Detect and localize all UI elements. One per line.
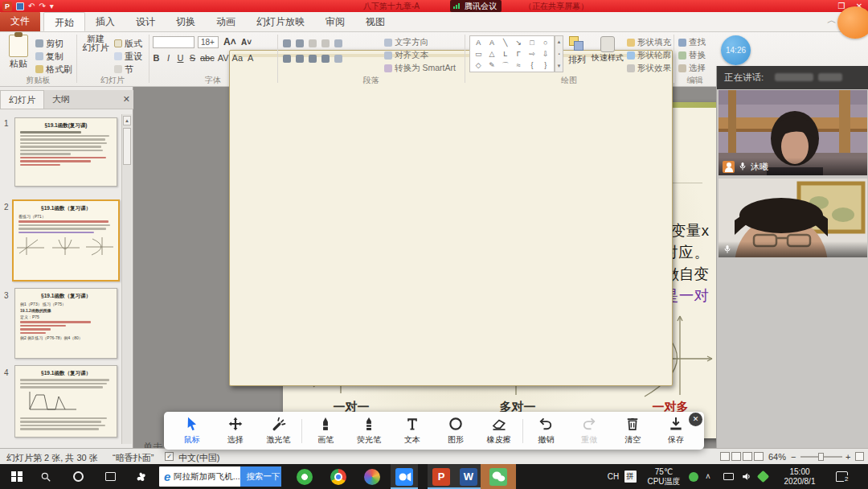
reset-button[interactable]: 重设 (114, 51, 142, 62)
font-style-S[interactable]: S (187, 53, 198, 63)
shape-glyph[interactable]: ⇨ (529, 48, 535, 60)
shape-outline-button[interactable]: 形状轮廓 (627, 50, 671, 61)
annotation-tool-shape[interactable]: 图形 (436, 416, 476, 446)
align-text-button[interactable]: 对齐文本 (384, 50, 428, 61)
annotation-tool-pen[interactable]: 画笔 (305, 416, 346, 446)
shape-glyph[interactable]: ⌒ (502, 60, 509, 71)
shape-glyph[interactable]: □ (530, 37, 534, 48)
meeting-floating-badge[interactable]: 腾讯会议 (450, 0, 502, 12)
select-button[interactable]: 选择 (678, 63, 706, 74)
language-indicator[interactable]: 中文(中国) (178, 452, 219, 464)
annotation-close-icon[interactable]: ✕ (689, 413, 702, 426)
shapes-gallery-scroll[interactable]: ▲▪▼ (555, 35, 563, 72)
view-buttons[interactable] (720, 452, 765, 462)
app-360-icon[interactable] (291, 464, 318, 489)
annotation-tool-undo[interactable]: 撤销 (526, 416, 566, 446)
tray-clock[interactable]: 15:002020/8/1 (775, 464, 825, 489)
video-tile-participant-2[interactable] (719, 179, 867, 257)
tray-language[interactable]: CH (604, 464, 622, 489)
align-buttons[interactable] (283, 53, 342, 64)
shapes-gallery[interactable]: AA╲↘□○▭△LΓ⇨⇩◇✎⌒≈{} (469, 35, 555, 72)
shape-glyph[interactable]: ✎ (489, 60, 495, 71)
browser-pinwheel-icon[interactable] (130, 464, 151, 489)
tencent-meeting-app-icon[interactable] (391, 464, 418, 489)
section-button[interactable]: 节 (114, 64, 133, 75)
tray-network-icon[interactable] (720, 464, 736, 489)
action-center-icon[interactable]: 2 (831, 464, 852, 489)
ribbon-tab-审阅[interactable]: 审阅 (315, 12, 355, 31)
font-name-box[interactable] (153, 36, 194, 48)
font-style-A[interactable]: A (245, 53, 256, 63)
redo-icon[interactable]: ↷ (39, 2, 45, 11)
tab-slides[interactable]: 幻灯片 (0, 90, 44, 109)
shape-glyph[interactable]: ≈ (517, 60, 521, 71)
annotation-tool-text[interactable]: 文本 (392, 416, 432, 446)
shape-glyph[interactable]: ↘ (516, 37, 522, 48)
shape-glyph[interactable]: ╲ (503, 37, 507, 48)
slide-thumbnail-2-selected[interactable]: §19.1函数（复习课） 看练习（P71） (12, 199, 120, 281)
ribbon-tab-切换[interactable]: 切换 (166, 12, 206, 31)
sidebar-close-icon[interactable]: ✕ (123, 94, 130, 105)
zoom-slider[interactable] (800, 456, 842, 458)
taskbar-search-icon[interactable] (35, 464, 56, 489)
slide-thumbnail-3[interactable]: §19.1函数（复习课） 例1（P73） 练习（P75） 19.1.2函数的图像… (14, 288, 117, 359)
layout-button[interactable]: 版式 (114, 38, 142, 49)
replace-button[interactable]: 替换 (678, 50, 706, 61)
ribbon-tab-视图[interactable]: 视图 (355, 12, 395, 31)
font-style-B[interactable]: B (151, 53, 162, 63)
annotation-tool-highlighter[interactable]: 荧光笔 (349, 416, 389, 446)
shape-fill-button[interactable]: 形状填充 (627, 37, 671, 48)
annotation-tool-redo[interactable]: 重做 (569, 416, 609, 446)
meeting-timer-badge[interactable]: 14:26 (721, 35, 751, 65)
font-style-Aa[interactable]: Aa (231, 53, 244, 63)
font-style-AV[interactable]: AV (217, 53, 230, 63)
shape-glyph[interactable]: A (489, 37, 494, 48)
start-button[interactable] (5, 464, 29, 489)
font-size-box[interactable]: 18+ (198, 36, 219, 48)
text-direction-button[interactable]: 文字方向 (384, 37, 428, 48)
smartart-button[interactable]: 转换为 SmartArt (384, 63, 456, 74)
cortana-icon[interactable] (68, 464, 88, 489)
tray-chevron-icon[interactable]: ˄ (701, 464, 715, 489)
new-slide-button[interactable]: 新建幻灯片 (80, 35, 111, 52)
ribbon-tab-插入[interactable]: 插入 (85, 12, 125, 31)
paste-button[interactable]: 粘贴 (5, 35, 32, 70)
ribbon-tab-动画[interactable]: 动画 (206, 12, 246, 31)
tray-volume-icon[interactable] (738, 464, 754, 489)
taskbar-search-box[interactable]: e 阿拉斯加两飞机... 搜索一下 (159, 466, 281, 487)
tray-shield-icon[interactable] (755, 464, 770, 489)
search-go-button[interactable]: 搜索一下 (240, 466, 281, 487)
annotation-tool-select[interactable]: 选择 (215, 416, 256, 446)
shape-glyph[interactable]: L (503, 48, 507, 60)
collapse-chevron-icon[interactable]: ︿ (827, 14, 837, 27)
chrome-icon[interactable] (325, 464, 352, 489)
browser-rainbow-icon[interactable] (358, 464, 386, 489)
qat-more-icon[interactable]: ▾ (50, 2, 54, 11)
powerpoint-app-taskbar-icon[interactable]: P (428, 464, 455, 489)
find-button[interactable]: 查找 (678, 37, 706, 48)
video-tile-participant-1[interactable]: 沐曦 (719, 90, 867, 175)
tray-cpu-temp[interactable]: 75℃CPU温度 (643, 464, 685, 489)
tab-outline[interactable]: 大纲 (44, 90, 78, 109)
word-app-icon[interactable]: W (455, 464, 482, 489)
grow-font-icon[interactable]: A˄ (223, 36, 236, 47)
annotation-tool-clear[interactable]: 清空 (612, 416, 653, 446)
annotation-tool-eraser[interactable]: 橡皮擦 (479, 416, 519, 446)
fit-to-window-icon[interactable] (855, 452, 864, 461)
zoom-out-icon[interactable]: − (791, 452, 796, 462)
ribbon-tab-设计[interactable]: 设计 (125, 12, 166, 31)
spellcheck-icon[interactable]: ✓ (165, 452, 174, 461)
shape-glyph[interactable]: { (530, 60, 533, 71)
format-painter-button[interactable]: 格式刷 (35, 64, 72, 75)
shrink-font-icon[interactable]: A˅ (241, 36, 252, 47)
shape-glyph[interactable]: } (544, 60, 547, 71)
sidebar-scrollbar[interactable]: ▲ (121, 114, 132, 444)
shape-glyph[interactable]: ○ (543, 37, 547, 48)
font-style-abc[interactable]: abc (199, 53, 215, 63)
ribbon-tab-文件[interactable]: 文件 (0, 11, 40, 31)
quick-styles-button[interactable]: 快速样式 (592, 36, 624, 64)
scroll-up-icon[interactable]: ▲ (123, 116, 131, 125)
ribbon-tab-幻灯片放映[interactable]: 幻灯片放映 (246, 12, 315, 31)
shape-effects-button[interactable]: 形状效果 (627, 63, 671, 74)
slide-thumbnail-4[interactable]: §19.1函数（复习课） (14, 365, 117, 438)
